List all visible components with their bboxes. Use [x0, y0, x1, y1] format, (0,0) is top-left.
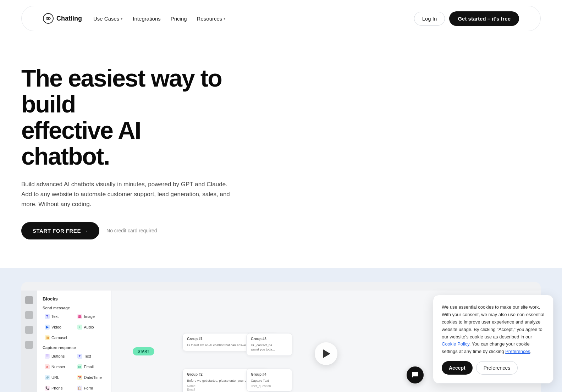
- block-audio[interactable]: ♪ Audio: [75, 323, 106, 331]
- hero-title: The easiest way to build effective AI ch…: [21, 65, 234, 170]
- block-buttons[interactable]: ☰ Buttons: [43, 352, 73, 360]
- number-icon: #: [45, 364, 50, 369]
- form-icon: 📋: [77, 386, 82, 391]
- capture-response-label: Capture response: [43, 346, 105, 350]
- nav-use-cases[interactable]: Use Cases ▾: [93, 16, 123, 22]
- block-phone[interactable]: 📞 Phone: [43, 384, 73, 392]
- logo-icon: [43, 13, 54, 24]
- buttons-icon: ☰: [45, 354, 50, 359]
- nav-right: Log In Get started – it's free: [414, 11, 519, 26]
- logo[interactable]: Chatling: [43, 13, 82, 24]
- login-button[interactable]: Log In: [414, 12, 445, 26]
- flow-node-group3: Group #3 Hi _contact_na...assist you tod…: [246, 333, 292, 356]
- cookie-banner: We use essential cookies to make our sit…: [433, 295, 553, 383]
- block-url[interactable]: 🔗 URL: [43, 373, 73, 382]
- image-icon: 🖼: [77, 314, 82, 319]
- sidebar-icon-3: [25, 326, 33, 334]
- demo-sidebar: [21, 291, 37, 392]
- hero-subtitle: Build advanced AI chatbots visually in m…: [21, 180, 234, 209]
- hero-actions: START FOR FREE → No credit card required: [21, 222, 234, 239]
- hero-note: No credit card required: [106, 228, 157, 233]
- logo-text: Chatling: [56, 15, 82, 22]
- get-started-button[interactable]: Get started – it's free: [449, 11, 519, 26]
- email-icon: @: [77, 364, 82, 369]
- nav-links: Use Cases ▾ Integrations Pricing Resourc…: [93, 16, 226, 22]
- accept-button[interactable]: Accept: [442, 361, 473, 375]
- sidebar-icon-4: [25, 341, 33, 349]
- nav-integrations[interactable]: Integrations: [133, 16, 160, 22]
- demo-blocks-panel: Blocks Send message T Text 🖼 Image ▶ Vid…: [37, 291, 111, 392]
- capture-items-grid: ☰ Buttons T Text # Number @ Email 🔗 U: [43, 352, 105, 392]
- chat-bubble-icon: [411, 371, 419, 379]
- flow-start-node: START: [133, 347, 154, 355]
- text-capture-icon: T: [77, 354, 82, 359]
- video-icon: ▶: [45, 325, 50, 330]
- chevron-down-icon-2: ▾: [224, 16, 226, 21]
- nav-pricing[interactable]: Pricing: [171, 16, 187, 22]
- send-message-label: Send message: [43, 306, 105, 310]
- preferences-link[interactable]: Preferences: [505, 349, 530, 354]
- sidebar-icon-1: [25, 296, 33, 304]
- url-icon: 🔗: [45, 375, 50, 380]
- cookie-text: We use essential cookies to make our sit…: [442, 304, 545, 355]
- nav-resources[interactable]: Resources ▾: [197, 16, 226, 22]
- block-form[interactable]: 📋 Form: [75, 384, 106, 392]
- start-free-button[interactable]: START FOR FREE →: [21, 222, 99, 239]
- text-icon: T: [45, 314, 50, 319]
- block-number[interactable]: # Number: [43, 363, 73, 371]
- block-carousel[interactable]: ◫ Carousel: [43, 333, 73, 342]
- chevron-down-icon: ▾: [121, 16, 123, 21]
- cookie-policy-link[interactable]: Cookie Policy: [442, 341, 469, 347]
- flow-node-group4: Group #4 Capture Text user_question: [246, 369, 292, 392]
- nav-left: Chatling Use Cases ▾ Integrations Pricin…: [43, 13, 226, 24]
- phone-icon: 📞: [45, 386, 50, 391]
- blocks-title: Blocks: [43, 296, 105, 302]
- navbar: Chatling Use Cases ▾ Integrations Pricin…: [21, 6, 541, 31]
- svg-point-1: [48, 18, 49, 19]
- play-icon: [323, 349, 330, 358]
- block-video[interactable]: ▶ Video: [43, 323, 73, 331]
- send-items-grid: T Text 🖼 Image ▶ Video ♪ Audio ◫ Caro: [43, 312, 105, 342]
- cookie-actions: Accept Preferences: [442, 361, 545, 375]
- carousel-icon: ◫: [45, 335, 50, 340]
- preferences-button[interactable]: Preferences: [476, 361, 518, 375]
- chat-bubble[interactable]: [407, 366, 424, 383]
- audio-icon: ♪: [77, 325, 82, 330]
- block-email[interactable]: @ Email: [75, 363, 106, 371]
- block-image[interactable]: 🖼 Image: [75, 312, 106, 321]
- block-datetime[interactable]: 📅 Date/Time: [75, 373, 106, 382]
- block-text-capture[interactable]: T Text: [75, 352, 106, 360]
- play-button[interactable]: [315, 342, 337, 365]
- block-text[interactable]: T Text: [43, 312, 73, 321]
- sidebar-icon-2: [25, 311, 33, 319]
- datetime-icon: 📅: [77, 375, 82, 380]
- hero-section: The easiest way to build effective AI ch…: [0, 37, 255, 254]
